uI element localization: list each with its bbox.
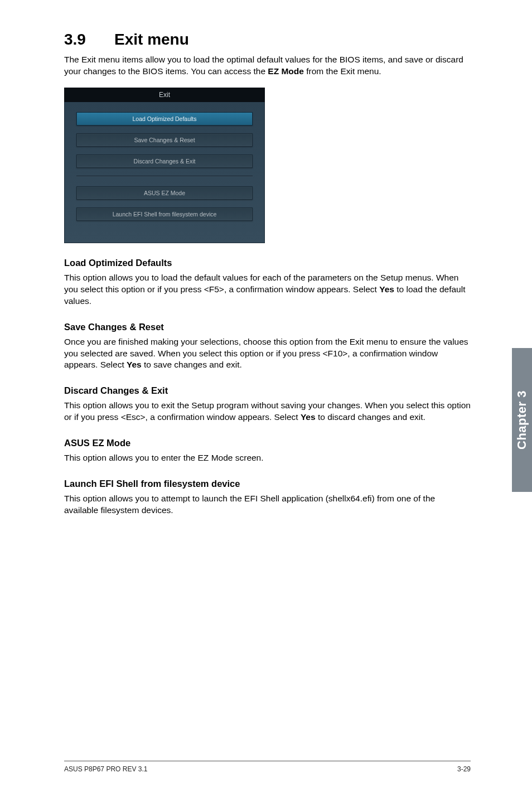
load-optimized-defaults-text: This option allows you to load the defau… [64, 272, 471, 307]
button-label: Load Optimized Defaults [133, 115, 197, 122]
text-bold: Yes [127, 360, 142, 369]
button-label: ASUS EZ Mode [144, 190, 185, 196]
launch-efi-shell-heading: Launch EFI Shell from filesystem device [64, 479, 471, 489]
section-name: Exit menu [114, 31, 189, 48]
text-part: to save changes and exit. [142, 360, 242, 369]
launch-efi-shell-button[interactable]: Launch EFI Shell from filesystem device [76, 207, 253, 221]
intro-paragraph: The Exit menu items allow you to load th… [64, 54, 471, 78]
page-footer: ASUS P8P67 PRO REV 3.1 3-29 [64, 761, 471, 773]
save-changes-reset-text: Once you are finished making your select… [64, 336, 471, 371]
save-changes-reset-heading: Save Changes & Reset [64, 322, 471, 332]
chapter-label: Chapter 3 [515, 390, 529, 450]
button-label: Discard Changes & Exit [134, 158, 196, 165]
footer-right: 3-29 [457, 765, 471, 773]
discard-changes-exit-button[interactable]: Discard Changes & Exit [76, 154, 253, 168]
asus-ez-mode-heading: ASUS EZ Mode [64, 438, 471, 448]
button-label: Save Changes & Reset [134, 137, 195, 143]
bios-body: Load Optimized Defaults Save Changes & R… [64, 102, 265, 233]
asus-ez-mode-button[interactable]: ASUS EZ Mode [76, 186, 253, 200]
chapter-side-tab: Chapter 3 [512, 348, 532, 492]
bios-divider [76, 176, 253, 176]
launch-efi-shell-text: This option allows you to attempt to lau… [64, 493, 471, 516]
bios-title: Exit [159, 91, 170, 99]
section-number: 3.9 [64, 31, 114, 49]
intro-bold: EZ Mode [268, 66, 304, 76]
intro-text-1: The Exit menu items allow you to load th… [64, 55, 463, 76]
load-optimized-defaults-heading: Load Optimized Defaults [64, 258, 471, 268]
text-bold: Yes [379, 284, 394, 294]
intro-text-2: from the Exit menu. [304, 66, 381, 76]
section-title: 3.9Exit menu [64, 31, 471, 49]
text-part: Once you are finished making your select… [64, 337, 468, 370]
text-bold: Yes [301, 412, 316, 422]
footer-left: ASUS P8P67 PRO REV 3.1 [64, 765, 147, 773]
save-changes-reset-button[interactable]: Save Changes & Reset [76, 133, 253, 147]
discard-changes-exit-heading: Discard Changes & Exit [64, 385, 471, 396]
text-part: to discard changes and exit. [316, 412, 425, 422]
discard-changes-exit-text: This option allows you to exit the Setup… [64, 400, 471, 423]
bios-exit-window: Exit Load Optimized Defaults Save Change… [64, 88, 265, 243]
load-optimized-defaults-button[interactable]: Load Optimized Defaults [76, 112, 253, 125]
asus-ez-mode-text: This option allows you to enter the EZ M… [64, 452, 471, 464]
bios-title-bar: Exit [64, 88, 265, 102]
button-label: Launch EFI Shell from filesystem device [113, 211, 217, 218]
